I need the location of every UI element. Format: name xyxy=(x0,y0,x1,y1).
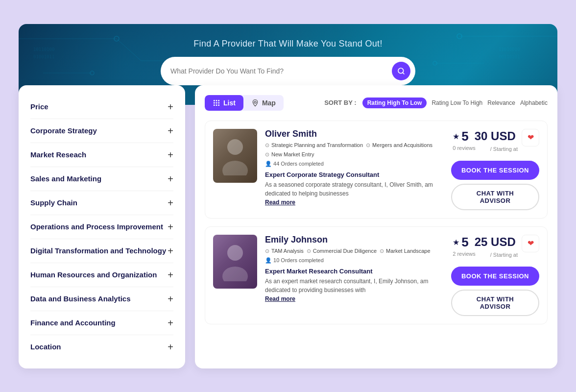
book-session-btn-emily[interactable]: BOOK THE SESSION xyxy=(451,267,539,286)
filter-price-expand: + xyxy=(168,102,173,112)
svg-point-27 xyxy=(254,101,256,103)
results-panel: List Map SORT BY : Rating High To Low Ra… xyxy=(195,85,557,368)
tab-map-label: Map xyxy=(262,99,276,107)
tag-text-emily-1: Commercial Due Diligence xyxy=(313,248,377,254)
search-button[interactable] xyxy=(392,62,410,80)
svg-point-28 xyxy=(227,139,243,155)
tag-2: ⊙ New Market Entry xyxy=(265,151,314,158)
tab-list[interactable]: List xyxy=(205,95,243,111)
svg-rect-23 xyxy=(216,104,217,106)
filter-location-expand: + xyxy=(168,342,173,352)
tag-emily-2: ⊙ Market Landscape xyxy=(380,248,431,254)
price-oliver: 30 USD xyxy=(475,129,516,143)
svg-rect-25 xyxy=(218,102,219,103)
filter-digital[interactable]: Digital Transformation and Technology + xyxy=(30,239,173,263)
filter-supply-expand: + xyxy=(168,198,173,208)
provider-tags-emily: ⊙ TAM Analysis ⊙ Commercial Due Diligenc… xyxy=(265,248,433,254)
tag-emily-1: ⊙ Commercial Due Diligence xyxy=(307,248,377,254)
tag-icon-1: ⊙ xyxy=(366,142,370,148)
svg-text:01001011: 01001011 xyxy=(33,54,54,59)
tab-map[interactable]: Map xyxy=(243,95,284,111)
filter-operations[interactable]: Operations and Process Improvement + xyxy=(30,215,173,239)
svg-rect-20 xyxy=(214,104,215,106)
sort-rating-high[interactable]: Rating High To Low xyxy=(362,98,427,108)
sidebar: Price + Corporate Strategy + Market Rese… xyxy=(19,85,185,368)
sort-relevance[interactable]: Relevance xyxy=(487,99,515,106)
price-emily: 25 USD xyxy=(475,235,516,249)
tag-1: ⊙ Mergers and Acquisitions xyxy=(366,142,432,148)
filter-operations-label: Operations and Process Improvement xyxy=(30,222,163,231)
avatar-silhouette-emily xyxy=(220,242,250,281)
rating-num-oliver: 5 xyxy=(461,129,468,144)
filter-finance[interactable]: Finance and Accounting + xyxy=(30,311,173,335)
tag-0: ⊙ Strategic Planning and Transformation xyxy=(265,142,363,148)
star-icon-emily: ★ xyxy=(453,238,459,247)
svg-rect-24 xyxy=(218,100,219,101)
list-icon xyxy=(213,99,220,107)
filter-hr[interactable]: Human Resources and Organization + xyxy=(30,263,173,287)
search-bar xyxy=(161,57,415,85)
filter-data-expand: + xyxy=(168,294,173,304)
filter-corporate-label: Corporate Strategy xyxy=(30,126,97,135)
provider-name-emily: Emily Johnson xyxy=(265,235,433,245)
orders-emily: 👤 10 Orders completed xyxy=(265,257,433,264)
search-input[interactable] xyxy=(170,67,392,75)
tag-icon-emily-1: ⊙ xyxy=(307,248,311,254)
filter-corporate-strategy[interactable]: Corporate Strategy + xyxy=(30,119,173,143)
filter-sales-expand: + xyxy=(168,174,173,184)
filter-market-expand: + xyxy=(168,150,173,160)
svg-rect-22 xyxy=(216,102,217,103)
read-more-oliver[interactable]: Read more xyxy=(265,199,433,206)
provider-avatar-emily xyxy=(213,235,257,289)
filter-sales-marketing[interactable]: Sales and Marketing + xyxy=(30,167,173,191)
filter-digital-label: Digital Transformation and Technology xyxy=(30,246,166,255)
filter-market-label: Market Reseach xyxy=(30,150,86,159)
svg-line-17 xyxy=(403,73,404,74)
card-right-emily: ★ 5 25 USD 2 reviews / Starting at ❤ BOO… xyxy=(441,235,539,316)
chat-advisor-btn-oliver[interactable]: CHAT WITH ADVISOR xyxy=(451,184,539,210)
filter-location[interactable]: Location + xyxy=(30,335,173,359)
rating-row-oliver: ★ 5 30 USD xyxy=(453,129,518,144)
filter-data-label: Data and Business Analytics xyxy=(30,294,131,303)
person-icon: 👤 xyxy=(265,161,272,167)
tab-list-label: List xyxy=(223,99,236,107)
read-more-emily[interactable]: Read more xyxy=(265,295,433,302)
card-right-oliver: ★ 5 30 USD 0 reviews / Starting at ❤ BOO… xyxy=(441,129,539,210)
reviews-oliver: 0 reviews xyxy=(453,145,475,151)
svg-point-31 xyxy=(222,267,248,281)
favorite-btn-emily[interactable]: ❤ xyxy=(522,235,539,252)
sort-alphabetic[interactable]: Alphabetic xyxy=(520,99,548,106)
sort-bar: List Map SORT BY : Rating High To Low Ra… xyxy=(205,95,548,111)
svg-point-30 xyxy=(227,245,243,261)
person-icon-emily: 👤 xyxy=(265,257,272,263)
provider-card-emily: Emily Johnson ⊙ TAM Analysis ⊙ Commercia… xyxy=(205,226,548,324)
filter-price-label: Price xyxy=(30,102,48,111)
book-session-btn-oliver[interactable]: BOOK THE SESSION xyxy=(451,161,539,180)
provider-avatar-oliver xyxy=(213,129,257,183)
svg-rect-19 xyxy=(214,102,215,103)
favorite-btn-oliver[interactable]: ❤ xyxy=(522,129,539,147)
avatar-silhouette-oliver xyxy=(220,136,250,175)
svg-rect-18 xyxy=(214,100,215,101)
sort-label: SORT BY : xyxy=(324,99,357,106)
filter-data-analytics[interactable]: Data and Business Analytics + xyxy=(30,287,173,311)
provider-info-oliver: Oliver Smith ⊙ Strategic Planning and Tr… xyxy=(265,129,433,210)
top-right-oliver: ★ 5 30 USD 0 reviews / Starting at ❤ xyxy=(453,129,539,153)
filter-price[interactable]: Price + xyxy=(30,95,173,119)
filter-finance-label: Finance and Accounting xyxy=(30,318,116,327)
chat-advisor-btn-emily[interactable]: CHAT WITH ADVISOR xyxy=(451,290,539,316)
filter-supply-chain[interactable]: Supply Chain + xyxy=(30,191,173,215)
provider-desc-emily: As an expert market research consultant,… xyxy=(265,277,433,294)
rating-row-emily: ★ 5 25 USD xyxy=(453,235,518,250)
svg-rect-26 xyxy=(218,104,219,106)
tag-text-1: Mergers and Acquisitions xyxy=(372,142,432,148)
filter-digital-expand: + xyxy=(168,246,173,256)
tag-icon-emily-0: ⊙ xyxy=(265,248,269,254)
sort-options: Rating High To Low Rating Low To High Re… xyxy=(362,98,548,108)
filter-market-research[interactable]: Market Reseach + xyxy=(30,143,173,167)
filter-corporate-expand: + xyxy=(168,126,173,136)
view-tabs: List Map xyxy=(205,95,284,111)
sort-rating-low[interactable]: Rating Low To High xyxy=(432,99,482,106)
provider-name-oliver: Oliver Smith xyxy=(265,129,433,139)
tag-icon-2: ⊙ xyxy=(265,151,269,158)
